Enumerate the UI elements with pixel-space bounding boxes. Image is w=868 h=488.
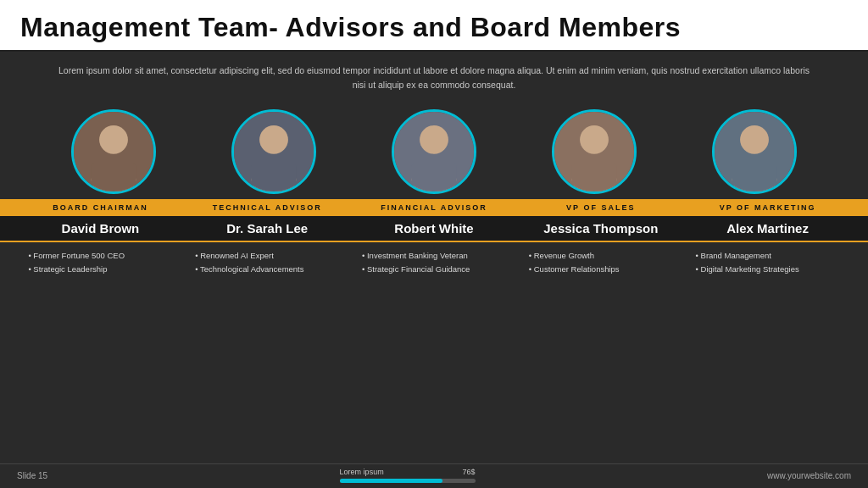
title-bar: Management Team- Advisors and Board Memb… — [0, 0, 868, 52]
progress-label: Lorem ipsum — [340, 468, 384, 476]
svg-rect-15 — [571, 164, 616, 191]
person-name-4: Alex Martinez — [696, 221, 840, 236]
body-area: Lorem ipsum dolor sit amet, consectetur … — [0, 52, 868, 488]
list-item: Strategic Financial Guidance — [362, 263, 506, 276]
list-item: Strategic Leadership — [28, 263, 172, 276]
person-details-3: Revenue GrowthCustomer Relationships — [529, 249, 673, 460]
person-name-3: Jessica Thompson — [529, 221, 673, 236]
svg-rect-3 — [92, 164, 136, 191]
avatars-row — [0, 101, 868, 199]
svg-point-17 — [740, 125, 769, 154]
avatar-3 — [552, 109, 637, 194]
names-bar: David BrownDr. Sarah LeeRobert WhiteJess… — [0, 216, 868, 242]
avatar-2 — [392, 109, 476, 194]
person-name-2: Robert White — [362, 221, 506, 236]
person-name-1: Dr. Sarah Lee — [195, 221, 339, 236]
avatar-1 — [231, 109, 316, 194]
person-name-0: David Brown — [28, 221, 172, 236]
website-label: www.yourwebsite.com — [767, 471, 851, 480]
list-item: Technological Advancements — [195, 263, 339, 276]
list-item: Customer Relationships — [529, 263, 673, 276]
progress-value: 76$ — [463, 468, 476, 476]
progress-area: Lorem ipsum 76$ — [340, 468, 476, 483]
progress-bar-bg — [340, 479, 476, 483]
role-label-4: VP Of Marketing — [696, 203, 840, 212]
person-details-2: Investment Banking VeteranStrategic Fina… — [362, 249, 506, 460]
person-details-1: Renowned AI ExpertTechnological Advancem… — [195, 249, 339, 460]
list-item: Renowned AI Expert — [195, 249, 339, 263]
roles-banner: Board ChairmanTechnical AdvisorFinancial… — [0, 199, 868, 216]
svg-rect-19 — [732, 164, 776, 191]
list-item: Investment Banking Veteran — [362, 249, 506, 263]
avatar-4 — [712, 109, 797, 194]
list-item: Brand Management — [696, 249, 840, 263]
svg-point-1 — [99, 125, 128, 154]
page-title: Management Team- Advisors and Board Memb… — [20, 12, 848, 43]
person-details-0: Former Fortune 500 CEOStrategic Leadersh… — [28, 249, 172, 460]
details-row: Former Fortune 500 CEOStrategic Leadersh… — [0, 242, 868, 463]
svg-rect-11 — [412, 164, 457, 191]
svg-point-5 — [259, 125, 288, 154]
progress-bar-fill — [340, 479, 443, 483]
svg-rect-7 — [252, 164, 297, 191]
slide: Management Team- Advisors and Board Memb… — [0, 0, 868, 488]
avatar-0 — [71, 109, 156, 194]
role-label-1: Technical Advisor — [195, 203, 339, 212]
role-label-2: Financial Advisor — [362, 203, 506, 212]
list-item: Digital Marketing Strategies — [696, 263, 840, 276]
role-label-0: Board Chairman — [28, 203, 172, 212]
list-item: Revenue Growth — [529, 249, 673, 263]
svg-point-9 — [420, 125, 448, 154]
role-label-3: VP Of Sales — [529, 203, 673, 212]
person-details-4: Brand ManagementDigital Marketing Strate… — [696, 249, 840, 460]
slide-number: Slide 15 — [17, 471, 47, 480]
list-item: Former Fortune 500 CEO — [28, 249, 172, 263]
svg-point-13 — [580, 125, 609, 154]
intro-text: Lorem ipsum dolor sit amet, consectetur … — [0, 52, 868, 101]
bottom-bar: Slide 15 Lorem ipsum 76$ www.yourwebsite… — [0, 463, 868, 488]
